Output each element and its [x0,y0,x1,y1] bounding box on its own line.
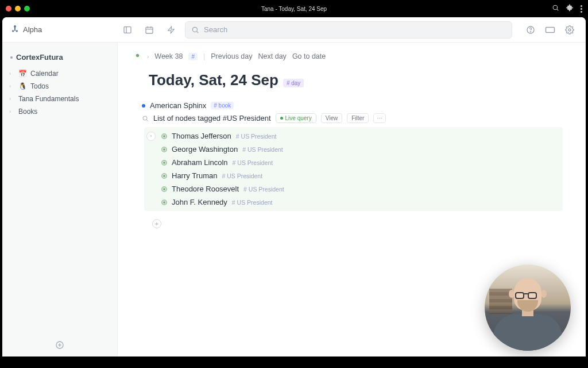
app-toolbar: Alpha Search [2,17,586,43]
workspace-root[interactable]: CortexFutura [8,51,111,67]
tana-logo-icon [10,24,20,36]
extension-icon[interactable] [566,3,574,14]
sidebar-toggle-icon[interactable] [119,22,136,38]
svg-rect-17 [546,27,555,32]
sidebar-item-books[interactable]: › Books [8,105,111,118]
webcam-overlay [485,264,571,351]
workspace-root-label: CortexFutura [16,53,63,62]
breadcrumb-root-icon[interactable] [134,52,141,61]
result-row[interactable]: › Thomas Jefferson # US President [144,129,563,143]
os-titlebar: Tana - Today, Sat, 24 Sep [0,0,588,17]
calendar-emoji-icon: 📅 [18,70,27,78]
window-title: Tana - Today, Sat, 24 Sep [261,6,327,12]
goto-date-link[interactable]: Go to date [292,52,326,60]
breadcrumb-week-tag[interactable]: # [188,53,198,60]
page-title-row: Today, Sat, 24 Sep # day [149,71,563,89]
live-query-pill[interactable]: Live query [276,113,316,123]
next-day-link[interactable]: Next day [258,52,287,60]
chevron-right-icon: › [9,83,15,89]
node-bullet-icon [161,147,167,152]
result-row[interactable]: Theodore Roosevelt # US President [144,182,563,195]
result-row[interactable]: George Washington # US President [144,143,563,156]
sidebar-item-calendar[interactable]: › 📅 Calendar [8,67,111,80]
query-title: List of nodes tagged #US President [153,114,271,122]
svg-point-13 [192,27,197,32]
svg-point-0 [553,5,558,10]
page-title[interactable]: Today, Sat, 24 Sep [149,71,278,89]
day-tag[interactable]: # day [283,79,304,87]
search-icon [142,115,149,122]
query-results: › Thomas Jefferson # US President George… [144,127,563,211]
result-row[interactable]: John F. Kennedy # US President [144,195,563,209]
os-menu-extras [552,3,582,14]
sidebar-item-label: Tana Fundamentals [18,95,79,103]
close-window-button[interactable] [6,6,11,12]
node-row-book[interactable]: American Sphinx # book [142,99,563,112]
workspace-name: Alpha [23,25,42,34]
chevron-right-icon: › [9,96,15,102]
search-placeholder: Search [204,25,227,34]
search-icon [191,26,199,34]
node-row-query[interactable]: List of nodes tagged #US President Live … [142,112,563,125]
sidebar-item-label: Books [18,108,37,116]
result-row[interactable]: Abraham Lincoln # US President [144,156,563,169]
result-row[interactable]: Harry Truman # US President [144,169,563,182]
breadcrumb: › Week 38 # | Previous day Next day Go t… [131,52,563,61]
chevron-right-icon: › [9,71,15,76]
settings-icon[interactable] [562,22,578,38]
workspace-switcher[interactable]: Alpha [10,24,114,36]
node-bullet-icon [161,133,167,139]
bullet-icon [10,56,13,59]
svg-line-14 [197,31,199,33]
result-name: Theodore Roosevelt [172,185,239,193]
filter-pill[interactable]: Filter [347,113,369,123]
search-input[interactable]: Search [185,21,512,39]
previous-day-link[interactable]: Previous day [211,52,252,60]
us-president-tag[interactable]: # US President [242,146,283,153]
svg-rect-6 [124,26,131,33]
sidebar: CortexFutura › 📅 Calendar › 🐧 Todos › Ta… [2,43,117,356]
us-president-tag[interactable]: # US President [222,172,262,179]
svg-point-22 [136,54,139,57]
add-sidebar-item-button[interactable] [55,340,64,352]
keyboard-icon[interactable] [542,22,558,38]
svg-point-16 [530,31,531,32]
chevron-right-icon: › [9,109,15,114]
sidebar-item-label: Calendar [30,70,59,78]
node-bullet-icon [161,160,167,166]
help-icon[interactable] [523,22,539,38]
svg-point-5 [16,30,18,32]
view-pill[interactable]: View [321,113,343,123]
book-tag[interactable]: # book [211,102,234,109]
chevron-right-icon: › [147,53,149,60]
us-president-tag[interactable]: # US President [232,199,273,206]
quick-action-icon[interactable] [163,22,179,38]
result-name: Harry Truman [172,171,217,180]
os-window: Tana - Today, Sat, 24 Sep Alpha [0,0,588,368]
us-president-tag[interactable]: # US President [236,133,277,140]
breadcrumb-week[interactable]: Week 38 [154,52,183,60]
add-node-button[interactable]: + [152,219,161,228]
more-menu-icon[interactable] [581,5,582,13]
more-pill[interactable]: ⋯ [373,113,386,123]
calendar-icon[interactable] [141,22,157,38]
result-name: Abraham Lincoln [172,158,228,167]
zoom-icon[interactable] [552,3,559,14]
result-name: John F. Kennedy [172,198,227,206]
us-president-tag[interactable]: # US President [233,159,273,166]
node-bullet-icon [161,186,167,192]
expand-toggle-icon[interactable]: › [146,132,156,141]
sidebar-item-label: Todos [30,82,49,90]
svg-line-1 [557,9,558,10]
sidebar-item-todos[interactable]: › 🐧 Todos [8,80,111,93]
svg-rect-8 [146,27,153,33]
svg-line-24 [146,120,148,121]
svg-point-4 [12,30,14,32]
separator: | [203,52,205,60]
content-area: American Sphinx # book List of nodes tag… [142,99,563,228]
svg-marker-12 [168,26,175,33]
maximize-window-button[interactable] [24,6,30,12]
sidebar-item-fundamentals[interactable]: › Tana Fundamentals [8,93,111,105]
minimize-window-button[interactable] [15,6,21,12]
us-president-tag[interactable]: # US President [243,186,284,193]
